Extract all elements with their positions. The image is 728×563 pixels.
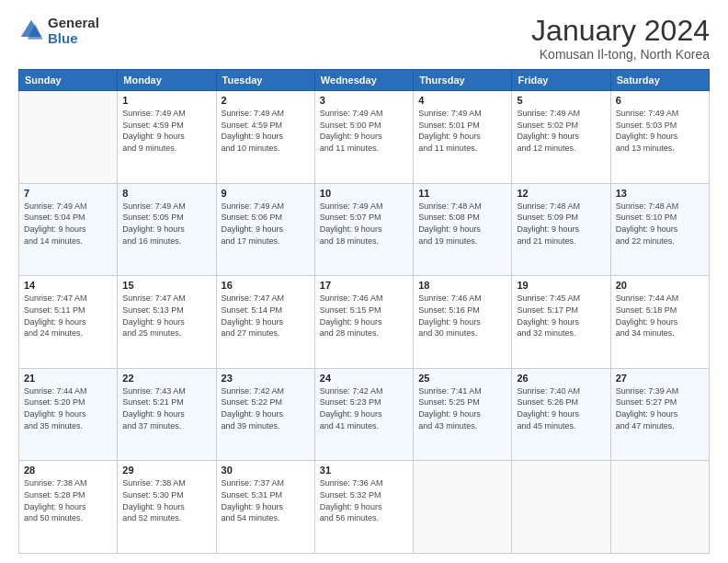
day-number: 1 <box>122 95 210 106</box>
calendar-cell: 24Sunrise: 7:42 AM Sunset: 5:23 PM Dayli… <box>314 368 413 461</box>
day-number: 7 <box>24 188 112 199</box>
calendar-cell: 19Sunrise: 7:45 AM Sunset: 5:17 PM Dayli… <box>512 276 610 369</box>
day-info: Sunrise: 7:46 AM Sunset: 5:16 PM Dayligh… <box>418 293 506 339</box>
calendar-cell: 28Sunrise: 7:38 AM Sunset: 5:28 PM Dayli… <box>19 461 118 554</box>
day-number: 14 <box>24 280 112 291</box>
day-number: 10 <box>320 188 408 199</box>
calendar-cell: 6Sunrise: 7:49 AM Sunset: 5:03 PM Daylig… <box>610 91 709 184</box>
calendar-cell: 14Sunrise: 7:47 AM Sunset: 5:11 PM Dayli… <box>19 276 118 369</box>
calendar-cell <box>19 91 118 184</box>
calendar-cell: 13Sunrise: 7:48 AM Sunset: 5:10 PM Dayli… <box>610 183 709 276</box>
calendar-cell: 12Sunrise: 7:48 AM Sunset: 5:09 PM Dayli… <box>512 183 610 276</box>
calendar-cell: 7Sunrise: 7:49 AM Sunset: 5:04 PM Daylig… <box>19 183 118 276</box>
day-info: Sunrise: 7:49 AM Sunset: 5:04 PM Dayligh… <box>24 201 112 247</box>
day-number: 29 <box>122 465 210 476</box>
col-sunday: Sunday <box>19 70 118 91</box>
day-info: Sunrise: 7:36 AM Sunset: 5:32 PM Dayligh… <box>320 477 408 523</box>
day-info: Sunrise: 7:49 AM Sunset: 5:07 PM Dayligh… <box>320 201 408 247</box>
day-info: Sunrise: 7:44 AM Sunset: 5:18 PM Dayligh… <box>616 293 704 339</box>
day-info: Sunrise: 7:47 AM Sunset: 5:14 PM Dayligh… <box>222 293 310 339</box>
calendar-cell: 22Sunrise: 7:43 AM Sunset: 5:21 PM Dayli… <box>118 368 216 461</box>
day-info: Sunrise: 7:37 AM Sunset: 5:31 PM Dayligh… <box>222 477 310 523</box>
calendar-cell: 1Sunrise: 7:49 AM Sunset: 4:59 PM Daylig… <box>118 91 216 184</box>
day-info: Sunrise: 7:49 AM Sunset: 5:01 PM Dayligh… <box>418 108 506 154</box>
day-number: 12 <box>517 188 605 199</box>
calendar-header-row: Sunday Monday Tuesday Wednesday Thursday… <box>19 70 710 91</box>
calendar-cell: 10Sunrise: 7:49 AM Sunset: 5:07 PM Dayli… <box>314 183 413 276</box>
day-number: 15 <box>122 280 210 291</box>
calendar-cell: 5Sunrise: 7:49 AM Sunset: 5:02 PM Daylig… <box>512 91 610 184</box>
day-number: 18 <box>418 280 506 291</box>
col-saturday: Saturday <box>610 70 709 91</box>
day-number: 13 <box>616 188 704 199</box>
day-info: Sunrise: 7:40 AM Sunset: 5:26 PM Dayligh… <box>517 385 605 431</box>
day-info: Sunrise: 7:48 AM Sunset: 5:08 PM Dayligh… <box>418 201 506 247</box>
day-info: Sunrise: 7:42 AM Sunset: 5:23 PM Dayligh… <box>320 385 408 431</box>
day-number: 5 <box>517 95 605 106</box>
col-wednesday: Wednesday <box>314 70 413 91</box>
day-info: Sunrise: 7:38 AM Sunset: 5:30 PM Dayligh… <box>122 477 210 523</box>
day-info: Sunrise: 7:41 AM Sunset: 5:25 PM Dayligh… <box>418 385 506 431</box>
day-number: 28 <box>24 465 112 476</box>
main-title: January 2024 <box>531 15 710 47</box>
day-info: Sunrise: 7:49 AM Sunset: 5:00 PM Dayligh… <box>320 108 408 154</box>
day-info: Sunrise: 7:48 AM Sunset: 5:10 PM Dayligh… <box>616 201 704 247</box>
day-number: 6 <box>616 95 704 106</box>
logo-icon <box>18 17 44 43</box>
day-info: Sunrise: 7:49 AM Sunset: 5:03 PM Dayligh… <box>616 108 704 154</box>
day-number: 11 <box>418 188 506 199</box>
day-info: Sunrise: 7:47 AM Sunset: 5:13 PM Dayligh… <box>122 293 210 339</box>
day-info: Sunrise: 7:44 AM Sunset: 5:20 PM Dayligh… <box>24 385 112 431</box>
calendar-cell: 31Sunrise: 7:36 AM Sunset: 5:32 PM Dayli… <box>314 461 413 554</box>
day-number: 9 <box>222 188 310 199</box>
calendar-cell <box>414 461 512 554</box>
calendar-cell: 23Sunrise: 7:42 AM Sunset: 5:22 PM Dayli… <box>216 368 314 461</box>
calendar-cell: 15Sunrise: 7:47 AM Sunset: 5:13 PM Dayli… <box>118 276 216 369</box>
header: General Blue January 2024 Komusan Il-ton… <box>18 15 710 62</box>
page: General Blue January 2024 Komusan Il-ton… <box>0 0 728 563</box>
day-number: 26 <box>517 373 605 384</box>
calendar-cell: 20Sunrise: 7:44 AM Sunset: 5:18 PM Dayli… <box>610 276 709 369</box>
day-number: 2 <box>222 95 310 106</box>
day-info: Sunrise: 7:48 AM Sunset: 5:09 PM Dayligh… <box>517 201 605 247</box>
logo: General Blue <box>18 15 99 46</box>
day-number: 30 <box>222 465 310 476</box>
calendar-table: Sunday Monday Tuesday Wednesday Thursday… <box>18 69 710 554</box>
col-monday: Monday <box>118 70 216 91</box>
calendar-cell: 4Sunrise: 7:49 AM Sunset: 5:01 PM Daylig… <box>414 91 512 184</box>
calendar-cell: 17Sunrise: 7:46 AM Sunset: 5:15 PM Dayli… <box>314 276 413 369</box>
day-info: Sunrise: 7:46 AM Sunset: 5:15 PM Dayligh… <box>320 293 408 339</box>
calendar-cell: 11Sunrise: 7:48 AM Sunset: 5:08 PM Dayli… <box>414 183 512 276</box>
col-thursday: Thursday <box>414 70 512 91</box>
day-info: Sunrise: 7:39 AM Sunset: 5:27 PM Dayligh… <box>616 385 704 431</box>
day-info: Sunrise: 7:49 AM Sunset: 5:05 PM Dayligh… <box>122 201 210 247</box>
day-number: 4 <box>418 95 506 106</box>
calendar-week-row: 28Sunrise: 7:38 AM Sunset: 5:28 PM Dayli… <box>19 461 710 554</box>
day-number: 31 <box>320 465 408 476</box>
calendar-cell <box>512 461 610 554</box>
calendar-cell <box>610 461 709 554</box>
calendar-cell: 16Sunrise: 7:47 AM Sunset: 5:14 PM Dayli… <box>216 276 314 369</box>
sub-title: Komusan Il-tong, North Korea <box>531 47 710 62</box>
day-number: 20 <box>616 280 704 291</box>
day-number: 19 <box>517 280 605 291</box>
calendar-cell: 26Sunrise: 7:40 AM Sunset: 5:26 PM Dayli… <box>512 368 610 461</box>
day-number: 3 <box>320 95 408 106</box>
day-number: 27 <box>616 373 704 384</box>
day-info: Sunrise: 7:42 AM Sunset: 5:22 PM Dayligh… <box>222 385 310 431</box>
day-info: Sunrise: 7:49 AM Sunset: 4:59 PM Dayligh… <box>122 108 210 154</box>
day-number: 17 <box>320 280 408 291</box>
calendar-cell: 9Sunrise: 7:49 AM Sunset: 5:06 PM Daylig… <box>216 183 314 276</box>
calendar-cell: 8Sunrise: 7:49 AM Sunset: 5:05 PM Daylig… <box>118 183 216 276</box>
day-number: 8 <box>122 188 210 199</box>
calendar-cell: 29Sunrise: 7:38 AM Sunset: 5:30 PM Dayli… <box>118 461 216 554</box>
col-friday: Friday <box>512 70 610 91</box>
calendar-cell: 18Sunrise: 7:46 AM Sunset: 5:16 PM Dayli… <box>414 276 512 369</box>
day-info: Sunrise: 7:38 AM Sunset: 5:28 PM Dayligh… <box>24 477 112 523</box>
day-info: Sunrise: 7:49 AM Sunset: 5:02 PM Dayligh… <box>517 108 605 154</box>
calendar-cell: 21Sunrise: 7:44 AM Sunset: 5:20 PM Dayli… <box>19 368 118 461</box>
day-info: Sunrise: 7:43 AM Sunset: 5:21 PM Dayligh… <box>122 385 210 431</box>
day-info: Sunrise: 7:49 AM Sunset: 5:06 PM Dayligh… <box>222 201 310 247</box>
calendar-cell: 25Sunrise: 7:41 AM Sunset: 5:25 PM Dayli… <box>414 368 512 461</box>
day-number: 25 <box>418 373 506 384</box>
